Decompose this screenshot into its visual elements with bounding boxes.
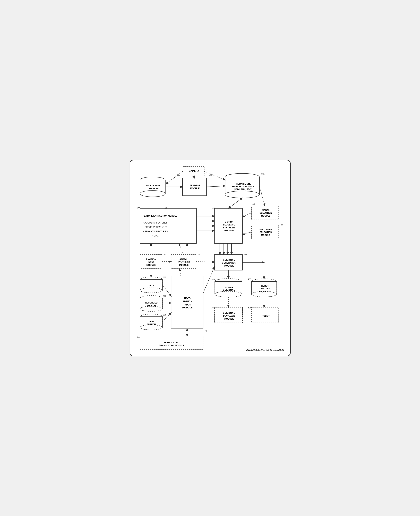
model-select-node: MODELSELECTIONMODULE xyxy=(252,206,279,220)
text-speech-module-node: TEXT /SPEECHINPUTMODULE xyxy=(172,277,204,330)
text-node: TEXT xyxy=(140,278,163,293)
svg-line-49 xyxy=(193,176,194,178)
ref-185: 185 xyxy=(248,278,251,280)
ref-195: 195 xyxy=(248,307,251,309)
ref-140: 140 xyxy=(163,254,166,256)
ref-120: 120 xyxy=(204,330,207,332)
ref-170: 170 xyxy=(280,224,283,226)
ref-155: 155 xyxy=(137,207,140,209)
training-module-node: TRAININGMODULE xyxy=(183,178,207,196)
ref-115: 115 xyxy=(261,173,265,175)
robot-control-node: ROBOTCONTROLSEQUENCE xyxy=(252,280,278,298)
diagram-container: CAMERA AUDIO/VIDEODATABASE TRAININGMODUL… xyxy=(130,160,291,356)
ref-130: 130 xyxy=(163,295,166,297)
ref-180: 180 xyxy=(211,278,215,280)
ref-150: 150 xyxy=(137,336,140,338)
ref-160: 160 xyxy=(211,207,215,209)
svg-line-52 xyxy=(228,198,242,208)
avatar-animation-node: AVATARANIMATION xyxy=(215,280,243,298)
svg-line-72 xyxy=(179,269,181,276)
anim-gen-node: ANIMATIONGENERATIONMODULE xyxy=(215,255,243,271)
feature-extraction-node: FEATURE EXTRACTION MODULE ~ ACOUSTIC FEA… xyxy=(140,208,197,244)
ref-105: 105 xyxy=(164,207,167,209)
ref-165: 165 xyxy=(252,203,255,205)
ref-175: 175 xyxy=(244,254,247,256)
ref-100: 100 xyxy=(209,174,212,176)
body-part-select-node: BODY PARTSELECTIONMODULE xyxy=(252,225,279,239)
svg-line-81 xyxy=(204,171,225,180)
svg-line-48 xyxy=(166,171,183,184)
ref-125: 125 xyxy=(163,276,166,278)
ref-145: 145 xyxy=(196,254,200,256)
speech-text-translation-node: SPEECH / TEXTTRANSLATION MODULE xyxy=(140,337,204,351)
svg-line-68 xyxy=(162,285,171,296)
svg-line-58 xyxy=(242,213,251,217)
anim-playback-node: ANIMATIONPLAYBACKMODULE xyxy=(215,308,243,324)
prob-models-node: PROBABILISTICTRAINABLE MODELS(HMM, ANN, … xyxy=(226,175,260,197)
motion-seq-node: MOTIONSEQUENCESYNTHESISMODULE xyxy=(215,208,243,244)
svg-line-59 xyxy=(242,232,251,234)
camera-node: CAMERA xyxy=(183,166,205,176)
robot-node: ROBOT xyxy=(252,308,279,324)
live-speech-node: LIVESPEECH xyxy=(140,315,163,331)
speech-synth-node: SPEECHSYNTHESISMODULE xyxy=(172,255,196,269)
svg-line-67 xyxy=(196,262,214,262)
ref-110: 110 xyxy=(177,174,180,176)
ref-190: 190 xyxy=(211,307,215,309)
diagram-title: ANIMATION SYNTHESIZER xyxy=(246,348,284,352)
ref-135: 135 xyxy=(163,314,166,316)
svg-line-51 xyxy=(207,186,225,187)
svg-line-66 xyxy=(179,243,184,254)
recorded-speech-node: RECORDEDSPEECH xyxy=(140,296,163,312)
audiodb-node: AUDIO/VIDEODATABASE xyxy=(140,178,165,196)
emotion-input-node: EMOTIONINPUTMODULE xyxy=(140,255,162,269)
